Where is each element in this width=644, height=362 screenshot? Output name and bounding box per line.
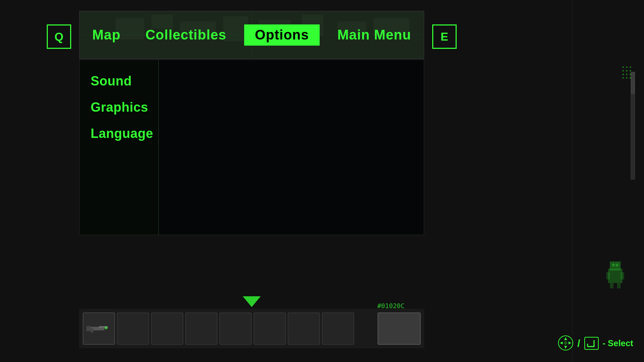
weapon-slot[interactable] xyxy=(83,312,115,345)
svg-rect-7 xyxy=(617,283,621,288)
dpad-icon xyxy=(558,335,574,351)
tab-main-menu[interactable]: Main Menu xyxy=(330,24,418,46)
svg-point-41 xyxy=(564,341,567,345)
svg-marker-37 xyxy=(564,337,567,340)
inventory-bar xyxy=(79,309,424,348)
control-divider: / xyxy=(577,338,580,349)
right-panel xyxy=(572,0,644,362)
options-content-area xyxy=(159,60,424,235)
sidebar-item-sound[interactable]: Sound xyxy=(87,71,151,92)
navigation-bar: Map Collectibles Options Main Menu xyxy=(79,11,424,59)
svg-rect-6 xyxy=(610,283,613,288)
e-key-button[interactable]: E xyxy=(432,24,457,49)
select-icon xyxy=(584,337,599,350)
select-label: - Select xyxy=(603,338,633,348)
svg-rect-14 xyxy=(622,74,624,75)
svg-rect-8 xyxy=(622,66,624,68)
inventory-slot-4[interactable] xyxy=(185,312,218,345)
svg-rect-42 xyxy=(585,337,598,349)
main-container: Q E Map Collectibles Options xyxy=(79,11,424,352)
svg-rect-0 xyxy=(608,269,622,283)
options-sidebar: Sound Graphics Language xyxy=(80,60,159,235)
svg-rect-10 xyxy=(630,66,631,68)
svg-point-2 xyxy=(612,264,615,266)
inventory-slot-6[interactable] xyxy=(254,312,286,345)
svg-marker-38 xyxy=(564,346,567,349)
tab-map[interactable]: Map xyxy=(85,24,128,46)
svg-marker-39 xyxy=(560,342,563,344)
tab-options[interactable]: Options xyxy=(244,24,320,46)
svg-rect-5 xyxy=(621,272,624,279)
sidebar-item-language[interactable]: Language xyxy=(87,123,151,144)
weapon-icon xyxy=(86,320,111,338)
svg-point-35 xyxy=(105,326,108,329)
q-key-button[interactable]: Q xyxy=(47,24,71,49)
inventory-slot-7[interactable] xyxy=(288,312,320,345)
svg-rect-19 xyxy=(630,77,631,79)
svg-rect-9 xyxy=(626,66,627,68)
svg-rect-16 xyxy=(630,74,631,75)
content-panel: Sound Graphics Language xyxy=(79,59,424,235)
svg-rect-17 xyxy=(622,77,624,79)
sidebar-item-graphics[interactable]: Graphics xyxy=(87,97,151,118)
svg-rect-18 xyxy=(626,77,627,79)
dot-pattern xyxy=(621,65,642,101)
svg-point-3 xyxy=(616,264,618,266)
svg-rect-33 xyxy=(86,326,91,331)
svg-marker-40 xyxy=(568,342,571,344)
svg-rect-12 xyxy=(626,70,627,71)
svg-rect-4 xyxy=(606,272,610,279)
scroll-indicator xyxy=(243,296,261,307)
svg-rect-34 xyxy=(91,328,93,333)
inventory-slot-2[interactable] xyxy=(117,312,149,345)
svg-rect-11 xyxy=(622,70,624,71)
svg-rect-15 xyxy=(626,74,627,75)
game-code: #01020C xyxy=(377,302,405,310)
svg-rect-13 xyxy=(630,70,631,71)
inventory-slot-5[interactable] xyxy=(219,312,252,345)
inventory-slot-3[interactable] xyxy=(151,312,183,345)
svg-rect-1 xyxy=(610,261,621,270)
inventory-slot-large[interactable] xyxy=(378,312,421,345)
tab-collectibles[interactable]: Collectibles xyxy=(138,24,233,46)
character-decoration xyxy=(601,254,630,290)
inventory-slot-8[interactable] xyxy=(322,312,354,345)
bottom-controls: / - Select xyxy=(558,335,633,351)
